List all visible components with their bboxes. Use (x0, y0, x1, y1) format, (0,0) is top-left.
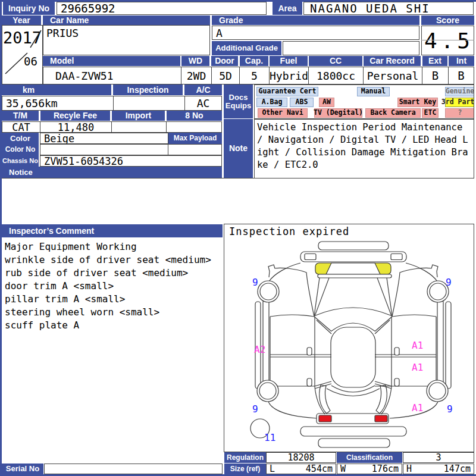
door-handle-rr (394, 378, 399, 386)
regulation-value: 18208 (266, 452, 336, 463)
note-text: Vehicle Inspection Period Maintenance / … (254, 119, 474, 178)
roof-panel (331, 327, 375, 387)
badge-manual: Manual (357, 87, 390, 96)
inquiry-no-label: Inquiry No (3, 2, 55, 15)
cap-label: Cap. (240, 56, 268, 66)
wd-value: 2WD (181, 67, 212, 84)
inspection-label: Inspection (113, 84, 183, 95)
damage-label-a1: A1 (412, 402, 423, 414)
badge--: ? (445, 108, 474, 118)
front-bumper-top (318, 242, 389, 250)
rear-corner-left (268, 402, 317, 418)
rear-bumper-lower (318, 439, 390, 447)
chassis-no-value: ZVW51-6054326 (40, 155, 222, 167)
grade-label: Grade (212, 15, 419, 25)
tm-value: CAT (2, 121, 40, 133)
score-label: Score (421, 15, 474, 25)
int-label: Int (449, 56, 474, 66)
note-label: Note (224, 119, 253, 178)
additional-grade-label: Additional Grade (212, 41, 281, 55)
no8-value (166, 121, 222, 133)
color-label: Color (2, 133, 39, 144)
a-pillar-r1 (375, 317, 392, 331)
car-roof (331, 327, 375, 387)
tail-light-left-red (319, 415, 331, 422)
headlight-left (305, 254, 316, 260)
cc-label: CC (309, 56, 362, 66)
door-label: Door (211, 56, 238, 66)
damage-label-11: 11 (264, 432, 275, 443)
door-handle-fl (307, 347, 312, 355)
size-w-value: 176cm (372, 464, 399, 474)
ext-label: Ext (422, 56, 447, 66)
score-value: 4.5 (421, 26, 474, 55)
import-label: Import (112, 111, 165, 121)
inspection-status: Inspection expired (224, 224, 474, 239)
chassis-no-label: Chassis No (2, 155, 39, 167)
cowl-strip (318, 274, 392, 278)
max-payload-value (168, 144, 222, 155)
wheel-front-right-inner (430, 283, 446, 300)
inspector-comment-text: Major Equipment Working wrinkle side of … (5, 240, 221, 332)
door-top-left (270, 315, 314, 317)
damage-label-a1: A1 (412, 340, 423, 351)
cowl-center (326, 263, 380, 274)
wd-label: WD (181, 56, 209, 66)
car-record-value: Personal (363, 67, 422, 84)
no8-label: 8 No (167, 111, 222, 121)
wheel-front-left-inner (260, 283, 277, 300)
ext-value: B (422, 67, 449, 84)
rear-glass-arc1 (331, 386, 375, 392)
badge-a-bag: A.Bag (256, 98, 287, 107)
car-record-label: Car Record (364, 56, 421, 66)
ac-value: AC (184, 96, 222, 111)
size-l-label: L (270, 464, 275, 474)
score-divider (421, 40, 474, 40)
damage-label-9: 9 (447, 403, 453, 415)
serial-no-label: Serial No (2, 464, 43, 474)
diagram-damage-labels: 99A2A1A19A1911 (252, 277, 453, 443)
int-value: B (448, 67, 474, 84)
c-pillar-l2 (315, 384, 331, 389)
size-width-cell: W176cm (337, 464, 402, 474)
fuel-label: Fuel (270, 56, 308, 66)
car-damage-diagram: 99A2A1A19A1911 (224, 239, 474, 451)
tail-light-right-red (375, 415, 387, 422)
area-value: NAGANO UEDA SHI (303, 2, 474, 15)
a-pillar-l1 (314, 317, 331, 331)
docs-label: Docs (229, 93, 248, 102)
badge-3rd-party: 3rd Party (445, 98, 474, 107)
badge-other-navi: Other Navi (258, 108, 308, 118)
recycle-fee-value: 11,480 (40, 121, 112, 133)
door-value: 5D (211, 67, 240, 84)
km-label: km (2, 84, 111, 95)
inspector-comment-label: Inspector’s Comment (2, 224, 223, 237)
damage-label-a1: A1 (412, 362, 423, 373)
door-handle-fr (394, 347, 399, 355)
ac-label: A/C (184, 84, 222, 95)
equips-label: Equips (226, 102, 251, 110)
damage-label-9: 9 (252, 403, 258, 415)
km-value: 35,656km (2, 96, 114, 111)
door-top-right (392, 315, 436, 317)
notice-label: Notice (2, 167, 222, 178)
color-value: Beige (40, 133, 168, 144)
badge-genuine: Genuine (445, 87, 474, 96)
front-bumper (300, 252, 406, 262)
a-pillar-l2 (317, 320, 331, 334)
size-height-cell: H147cm (403, 464, 474, 474)
regulation-label: Regulation (224, 452, 266, 463)
hood-arc (314, 308, 392, 316)
damage-label-a2: A2 (254, 344, 265, 355)
classification-value: 3 (403, 452, 474, 463)
model-value: DAA-ZVW51 (43, 67, 181, 84)
car-name-label: Car Name (43, 15, 210, 25)
wheel-rear-right-inner (429, 383, 446, 399)
door-handle-rl (307, 378, 312, 386)
size-ref-label: Size (ref) (224, 464, 266, 474)
serial-no-value (44, 464, 223, 474)
size-l-value: 454cm (306, 464, 333, 474)
sill-right-inner (437, 299, 443, 390)
fuel-value: Hybrid (269, 67, 309, 84)
docs-equips-label: Docs Equips (224, 84, 253, 118)
